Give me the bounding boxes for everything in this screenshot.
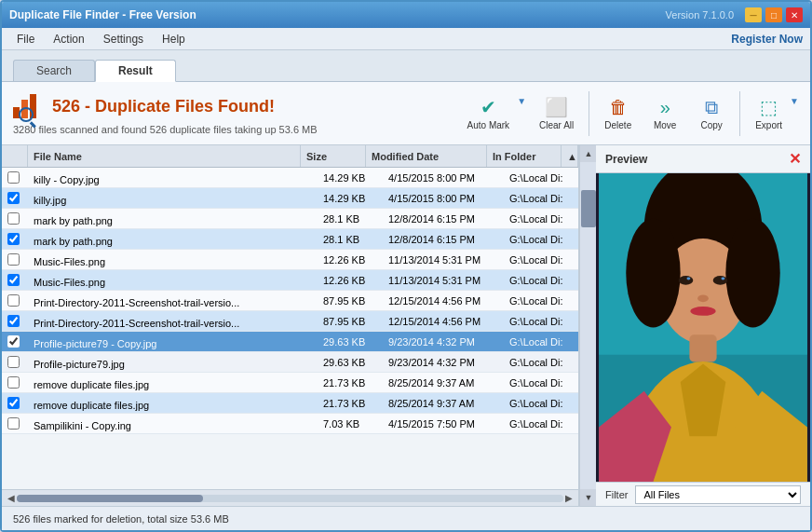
table-row[interactable]: Profile-picture79 - Copy.jpg29.63 KB9/23… (2, 332, 578, 352)
status-text: 526 files marked for deletion, total siz… (13, 513, 229, 525)
row-folder: G:\Local Di: (504, 357, 578, 368)
row-checkbox-cell[interactable] (2, 192, 28, 204)
row-checkbox-cell[interactable] (2, 212, 28, 225)
row-checkbox-cell[interactable] (2, 356, 28, 368)
row-checkbox-cell[interactable] (2, 253, 28, 266)
row-checkbox-cell[interactable] (2, 274, 28, 286)
row-filename: remove duplicate files.jpg (28, 396, 318, 411)
filter-select[interactable]: All Files (635, 485, 801, 504)
maximize-button[interactable]: □ (765, 7, 782, 22)
export-dropdown[interactable]: ▼ (790, 96, 799, 106)
row-size: 14.29 KB (318, 193, 383, 204)
svg-point-5 (725, 219, 779, 328)
row-checkbox[interactable] (7, 397, 20, 409)
row-checkbox[interactable] (7, 417, 20, 430)
row-checkbox-cell[interactable] (2, 335, 28, 348)
row-checkbox[interactable] (7, 212, 20, 225)
row-filename: Profile-picture79 - Copy.jpg (28, 334, 318, 349)
move-button[interactable]: » Move (644, 93, 685, 134)
row-folder: G:\Local Di: (504, 172, 578, 184)
scroll-down-button[interactable]: ▼ (580, 489, 597, 506)
copy-label: Copy (701, 120, 723, 130)
row-checkbox[interactable] (7, 294, 20, 307)
main-content: File Name Size Modified Date In Folder ▲… (2, 145, 810, 506)
copy-button[interactable]: ⧉ Copy (691, 93, 732, 134)
table-row[interactable]: Print-Directory-2011-Screenshot-trail-ve… (2, 291, 578, 311)
table-row[interactable]: Print-Directory-2011-Screenshot-trail-ve… (2, 311, 578, 332)
row-folder: G:\Local Di: (504, 418, 578, 430)
svg-point-7 (713, 276, 728, 285)
table-row[interactable]: Sampilikini - Copy.ing7.03 KB4/15/2015 7… (2, 414, 578, 434)
row-checkbox-cell[interactable] (2, 417, 28, 430)
row-checkbox[interactable] (7, 335, 20, 348)
row-date: 12/8/2014 6:15 PM (383, 234, 504, 245)
row-checkbox-cell[interactable] (2, 315, 28, 327)
svg-rect-12 (689, 334, 716, 361)
row-checkbox[interactable] (7, 253, 20, 266)
clear-all-label: Clear All (539, 120, 574, 130)
scroll-thumb[interactable] (17, 495, 203, 502)
row-date: 11/13/2014 5:31 PM (383, 275, 504, 286)
row-checkbox[interactable] (7, 356, 20, 368)
row-size: 7.03 KB (318, 418, 383, 430)
scroll-track (17, 495, 563, 502)
preview-panel: Preview ✕ (596, 145, 810, 506)
table-row[interactable]: remove duplicate files.jpg21.73 KB8/25/2… (2, 373, 578, 393)
row-checkbox[interactable] (7, 192, 20, 204)
tab-search[interactable]: Search (13, 60, 95, 81)
row-date: 12/8/2014 6:15 PM (383, 213, 504, 225)
row-checkbox-cell[interactable] (2, 233, 28, 245)
export-icon: ⬚ (760, 96, 778, 118)
table-row[interactable]: Music-Files.png12.26 KB11/13/2014 5:31 P… (2, 250, 578, 270)
row-filename: Print-Directory-2011-Screenshot-trail-ve… (28, 293, 318, 308)
export-button[interactable]: ⬚ Export (748, 92, 790, 134)
table-row[interactable]: Profile-picture79.jpg29.63 KB9/23/2014 4… (2, 352, 578, 373)
delete-button[interactable]: 🗑 Delete (597, 93, 639, 134)
scroll-right-arrow[interactable]: ▶ (563, 493, 575, 503)
row-checkbox-cell[interactable] (2, 171, 28, 184)
row-filename: killy.jpg (28, 191, 318, 206)
preview-close-button[interactable]: ✕ (789, 150, 801, 168)
auto-mark-button[interactable]: ✔ Auto Mark (460, 92, 518, 134)
tab-result[interactable]: Result (95, 60, 176, 82)
horizontal-scrollbar[interactable]: ◀ ▶ (2, 489, 578, 506)
clear-all-button[interactable]: ⬜ Clear All (532, 92, 581, 134)
row-folder: G:\Local Di: (504, 316, 578, 327)
row-folder: G:\Local Di: (504, 336, 578, 348)
row-checkbox-cell[interactable] (2, 397, 28, 409)
row-checkbox-cell[interactable] (2, 294, 28, 307)
table-row[interactable]: mark by path.png28.1 KB12/8/2014 6:15 PM… (2, 229, 578, 250)
row-size: 21.73 KB (318, 398, 383, 409)
close-button[interactable]: ✕ (786, 7, 803, 22)
row-filename: mark by path.png (28, 232, 318, 247)
minimize-button[interactable]: ─ (745, 7, 762, 22)
menu-action[interactable]: Action (46, 31, 91, 48)
table-row[interactable]: killy.jpg14.29 KB4/15/2015 8:00 PMG:\Loc… (2, 188, 578, 209)
menu-settings[interactable]: Settings (96, 31, 151, 48)
toolbar-actions: ✔ Auto Mark ▼ ⬜ Clear All 🗑 Delete » Mov… (460, 91, 799, 136)
menu-help[interactable]: Help (155, 31, 193, 48)
row-checkbox[interactable] (7, 171, 20, 184)
row-checkbox[interactable] (7, 274, 20, 286)
table-row[interactable]: mark by path.png28.1 KB12/8/2014 6:15 PM… (2, 209, 578, 229)
row-filename: killy - Copy.jpg (28, 171, 318, 185)
preview-portrait-svg (596, 173, 810, 482)
scroll-thumb-vertical[interactable] (581, 190, 596, 227)
row-checkbox-cell[interactable] (2, 376, 28, 389)
scroll-left-arrow[interactable]: ◀ (6, 493, 17, 503)
row-checkbox[interactable] (7, 376, 20, 389)
table-row[interactable]: remove duplicate files.jpg21.73 KB8/25/2… (2, 393, 578, 414)
copy-icon: ⧉ (705, 97, 718, 118)
row-checkbox[interactable] (7, 315, 20, 327)
row-checkbox[interactable] (7, 233, 20, 245)
menu-file[interactable]: File (9, 31, 42, 48)
auto-mark-dropdown[interactable]: ▼ (517, 96, 526, 106)
row-filename: mark by path.png (28, 211, 318, 226)
table-row[interactable]: killy - Copy.jpg14.29 KB4/15/2015 8:00 P… (2, 168, 578, 188)
table-row[interactable]: Music-Files.png12.26 KB11/13/2014 5:31 P… (2, 270, 578, 291)
row-date: 12/15/2014 4:56 PM (383, 316, 504, 327)
export-group: ⬚ Export ▼ (748, 92, 799, 134)
row-size: 87.95 KB (318, 316, 383, 327)
register-now-link[interactable]: Register Now (731, 33, 803, 46)
scroll-up-button[interactable]: ▲ (580, 145, 597, 162)
